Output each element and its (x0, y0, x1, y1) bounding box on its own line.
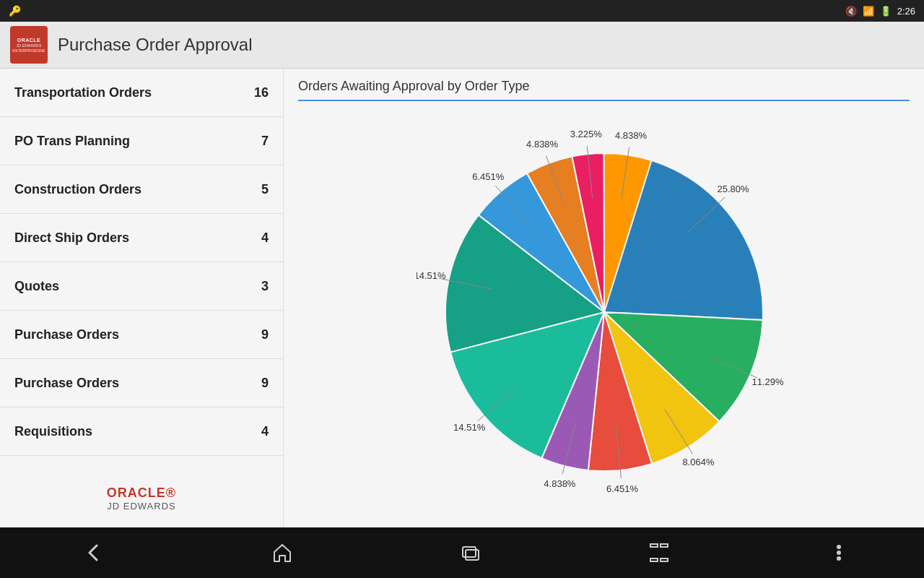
svg-text:3.225%: 3.225% (570, 129, 602, 139)
status-left: 🔑 (9, 5, 21, 17)
sidebar-item-requisitions[interactable]: Requisitions 4 (0, 407, 283, 456)
sidebar: Transportation Orders 16 PO Trans Planni… (0, 69, 284, 527)
oracle-footer-brand: ORACLE® (107, 486, 176, 501)
svg-rect-22 (463, 547, 476, 557)
sidebar-item-label: Direct Ship Orders (14, 230, 129, 246)
sidebar-item-label: PO Trans Planning (14, 134, 130, 149)
main-content: Transportation Orders 16 PO Trans Planni… (0, 69, 924, 527)
sidebar-item-po-trans-planning[interactable]: PO Trans Planning 7 (0, 117, 283, 165)
ee-logo-text: ENTERPRISEONE (12, 48, 45, 53)
jde-footer-brand: JD EDWARDS (107, 501, 175, 512)
svg-text:6.451%: 6.451% (472, 171, 505, 182)
wifi-icon: 📶 (863, 6, 874, 17)
battery-icon: 🔋 (880, 6, 892, 17)
page-title: Purchase Order Approval (58, 35, 252, 55)
sidebar-item-label: Purchase Orders (14, 327, 119, 342)
svg-point-28 (837, 545, 841, 549)
svg-rect-25 (661, 544, 668, 547)
app-header: ORACLE JD EDWARDS ENTERPRISEONE Purchase… (0, 22, 924, 69)
sidebar-item-count: 4 (261, 424, 269, 439)
sidebar-item-label: Purchase Orders (14, 376, 119, 391)
svg-text:11.29%: 11.29% (751, 376, 784, 387)
sidebar-item-count: 5 (261, 182, 269, 197)
more-button[interactable] (821, 534, 856, 571)
svg-text:8.064%: 8.064% (682, 457, 715, 467)
sidebar-item-count: 16 (254, 85, 269, 100)
chart-title: Orders Awaiting Approval by Order Type (298, 79, 910, 101)
svg-text:4.838%: 4.838% (544, 478, 576, 489)
svg-point-30 (837, 556, 841, 561)
status-right: 🔇 📶 🔋 2:26 (845, 6, 915, 17)
pie-chart: 25.80%11.29%8.064%6.451%4.838%14.51%14.5… (417, 124, 792, 500)
back-button[interactable] (68, 534, 120, 571)
sidebar-item-quotes[interactable]: Quotes 3 (0, 262, 283, 311)
sidebar-item-purchase-orders-2[interactable]: Purchase Orders 9 (0, 359, 283, 407)
oracle-logo-text: ORACLE (17, 38, 41, 43)
sidebar-item-label: Requisitions (14, 424, 92, 439)
svg-text:4.838%: 4.838% (526, 139, 559, 150)
sidebar-item-label: Transportation Orders (14, 85, 152, 100)
sidebar-item-count: 9 (261, 376, 269, 391)
sidebar-item-count: 4 (261, 230, 269, 246)
svg-rect-24 (650, 544, 658, 547)
svg-rect-27 (661, 558, 668, 561)
chart-area: Orders Awaiting Approval by Order Type 2… (284, 69, 924, 527)
svg-text:25.80%: 25.80% (717, 184, 749, 194)
svg-text:14.51%: 14.51% (453, 422, 486, 433)
svg-text:6.451%: 6.451% (606, 483, 639, 494)
svg-text:4.838%: 4.838% (614, 130, 647, 141)
status-bar: 🔑 🔇 📶 🔋 2:26 (0, 0, 924, 22)
screenshot-button[interactable] (633, 534, 685, 571)
sidebar-item-count: 7 (261, 134, 269, 149)
jde-logo-text: JD EDWARDS (17, 43, 42, 48)
clock: 2:26 (897, 6, 915, 17)
sidebar-item-count: 3 (261, 279, 269, 294)
svg-rect-26 (650, 558, 658, 561)
bottom-nav (0, 527, 924, 578)
sidebar-item-count: 9 (261, 327, 269, 342)
key-icon: 🔑 (9, 5, 21, 17)
svg-rect-23 (466, 550, 479, 560)
sidebar-footer: ORACLE® JD EDWARDS (0, 470, 283, 527)
svg-point-29 (837, 551, 841, 555)
svg-text:14.51%: 14.51% (417, 270, 446, 281)
sidebar-item-construction-orders[interactable]: Construction Orders 5 (0, 165, 283, 214)
sidebar-item-direct-ship-orders[interactable]: Direct Ship Orders 4 (0, 214, 283, 262)
home-button[interactable] (256, 534, 308, 571)
chart-container: 25.80%11.29%8.064%6.451%4.838%14.51%14.5… (298, 107, 910, 517)
oracle-logo: ORACLE JD EDWARDS ENTERPRISEONE (10, 26, 48, 64)
sidebar-item-purchase-orders-1[interactable]: Purchase Orders 9 (0, 311, 283, 359)
sidebar-item-label: Quotes (14, 279, 59, 294)
recents-button[interactable] (445, 534, 497, 571)
sidebar-item-label: Construction Orders (14, 182, 141, 197)
sidebar-list: Transportation Orders 16 PO Trans Planni… (0, 69, 283, 470)
sidebar-item-transportation-orders[interactable]: Transportation Orders 16 (0, 69, 283, 117)
mute-icon: 🔇 (845, 6, 857, 17)
